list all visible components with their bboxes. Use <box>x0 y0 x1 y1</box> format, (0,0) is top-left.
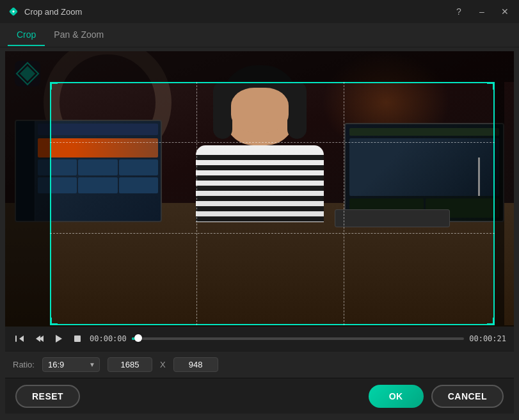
monitor-sidebar <box>16 121 35 221</box>
stop-button[interactable] <box>70 332 84 346</box>
tabs-bar: Crop Pan & Zoom <box>0 23 519 47</box>
tab-crop[interactable]: Crop <box>8 24 45 46</box>
action-buttons-right: OK CANCEL <box>369 385 504 408</box>
tab-pan-zoom[interactable]: Pan & Zoom <box>45 24 113 46</box>
title-bar-left: Crop and Zoom <box>8 6 82 17</box>
monitor-tile <box>119 159 158 175</box>
keyboard <box>335 209 450 227</box>
cancel-button[interactable]: CANCEL <box>431 385 504 408</box>
title-bar-title: Crop and Zoom <box>24 7 82 17</box>
reset-button[interactable]: RESET <box>15 385 80 408</box>
stripe <box>196 216 324 222</box>
svg-rect-9 <box>74 335 81 342</box>
help-button[interactable]: ? <box>452 5 465 18</box>
person-body <box>196 145 324 222</box>
ok-button[interactable]: OK <box>369 385 424 408</box>
monitor-row-2 <box>38 177 158 193</box>
monitor-right-screen <box>346 124 503 221</box>
stripe <box>196 186 324 191</box>
stripe <box>196 196 324 201</box>
eiffel-icon <box>478 158 480 196</box>
stripe <box>196 165 324 170</box>
ratio-select-wrapper: Original 16:9 4:3 1:1 9:16 Custom ▼ <box>42 357 100 372</box>
monitor-tile <box>78 177 117 193</box>
close-button[interactable]: ✕ <box>499 5 511 18</box>
step-back-button[interactable] <box>32 332 46 346</box>
main-content: 00:00:00 00:00:21 Ratio: Original 16:9 4… <box>0 47 519 420</box>
progress-handle[interactable] <box>134 334 142 342</box>
monitor-tile <box>38 159 77 175</box>
svg-marker-8 <box>56 335 62 343</box>
height-input[interactable] <box>173 357 218 372</box>
monitor-right-content <box>346 124 503 222</box>
ratio-select[interactable]: Original 16:9 4:3 1:1 9:16 Custom <box>42 357 100 372</box>
monitor-tile <box>38 177 77 193</box>
rewind-button[interactable] <box>13 332 27 346</box>
monitor-left-screen <box>16 121 161 221</box>
title-bar: Crop and Zoom ? – ✕ <box>0 0 519 23</box>
monitor-header <box>38 124 158 135</box>
stripe <box>196 175 324 181</box>
monitor-thumb <box>38 138 158 158</box>
minimize-button[interactable]: – <box>475 5 488 18</box>
svg-rect-4 <box>15 335 17 342</box>
stripe <box>196 155 324 160</box>
ratio-label: Ratio: <box>13 360 35 369</box>
watermark-logo <box>12 58 44 90</box>
monitor-left-content <box>35 121 161 221</box>
dimension-x-label: X <box>160 360 166 369</box>
monitor-row-1 <box>38 159 158 175</box>
person-head <box>225 69 295 145</box>
monitor-right-header <box>349 128 499 136</box>
time-end: 00:00:21 <box>469 334 506 343</box>
video-controls: 00:00:00 00:00:21 <box>5 327 514 351</box>
stripe <box>196 206 324 211</box>
svg-marker-5 <box>19 335 24 342</box>
title-bar-controls: ? – ✕ <box>452 5 511 18</box>
person-hair-right <box>287 81 307 139</box>
time-current: 00:00:00 <box>90 334 127 343</box>
ratio-row: Ratio: Original 16:9 4:3 1:1 9:16 Custom… <box>5 351 514 378</box>
play-button[interactable] <box>51 332 65 346</box>
monitor-right-main <box>349 138 499 196</box>
person-face <box>231 88 289 133</box>
app-icon <box>8 6 19 17</box>
monitor-tile <box>78 159 117 175</box>
main-window: Crop and Zoom ? – ✕ Crop Pan & Zoom <box>0 0 519 420</box>
width-input[interactable] <box>108 357 152 372</box>
person <box>196 69 324 222</box>
person-hair-left <box>213 81 232 139</box>
video-container <box>5 51 514 327</box>
progress-bar[interactable] <box>132 337 464 340</box>
monitor-right <box>344 123 504 222</box>
monitor-tile <box>119 177 158 193</box>
monitor-left <box>15 120 162 222</box>
action-bar: RESET OK CANCEL <box>5 378 514 414</box>
